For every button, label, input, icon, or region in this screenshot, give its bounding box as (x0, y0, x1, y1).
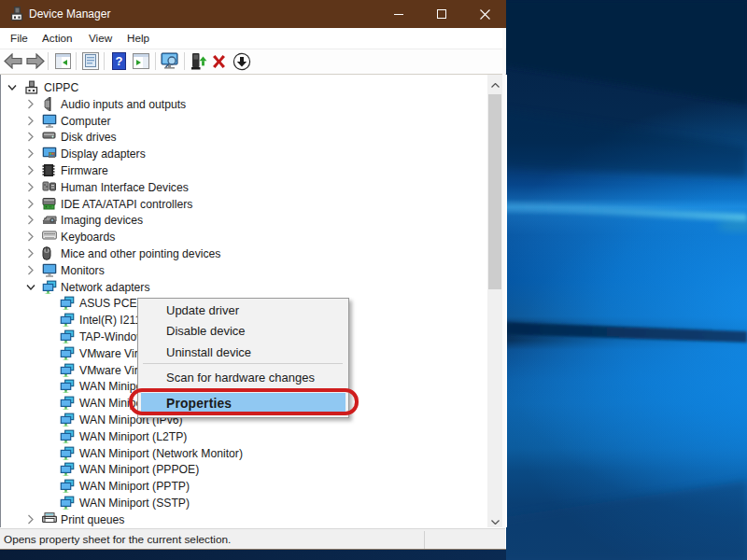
svg-text:?: ? (116, 54, 123, 68)
